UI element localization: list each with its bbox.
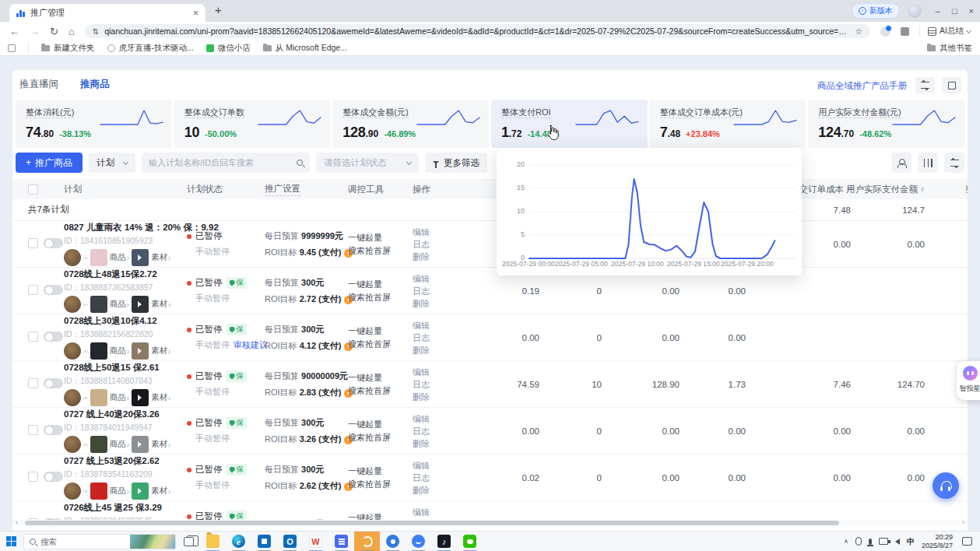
scroll-right-icon[interactable]: › bbox=[962, 518, 964, 526]
product-link[interactable]: 商品› bbox=[110, 486, 129, 497]
taskbar-app-active-chat[interactable] bbox=[354, 532, 380, 551]
col-promo[interactable]: 推广设置 bbox=[265, 183, 300, 196]
plan-title[interactable]: 0827 儿童雨衣 14% 退：20% 保：9.92 bbox=[64, 222, 187, 233]
plan-title[interactable]: 0728线上48退15保2.72 bbox=[64, 268, 187, 280]
horizontal-scrollbar[interactable]: ‹ › bbox=[12, 520, 968, 526]
stat-card-gmv[interactable]: 整体成交金额(元) 128.90-46.89% bbox=[332, 100, 489, 148]
material-link[interactable]: 素材› bbox=[151, 346, 170, 356]
plan-title[interactable]: 0728线上30退10保4.12 bbox=[64, 315, 187, 327]
action-log[interactable]: 日志 bbox=[413, 238, 448, 251]
mouse-icon[interactable] bbox=[855, 537, 862, 546]
notifications-icon[interactable] bbox=[962, 537, 972, 546]
stat-card-roi[interactable]: 整体支付ROI 1.72-14.43% bbox=[491, 100, 648, 148]
forward-icon[interactable]: → bbox=[30, 26, 40, 37]
plan-title[interactable]: 0728线上50退15 保2.61 bbox=[64, 362, 187, 374]
tool-one-key-boost[interactable]: 一键起量 bbox=[348, 278, 413, 291]
tab-live-room[interactable]: 推直播间 bbox=[19, 78, 58, 91]
tool-one-key-boost[interactable]: 一键起量 bbox=[348, 325, 413, 338]
more-filters-button[interactable]: 更多筛选 bbox=[425, 153, 487, 173]
tool-search-screen[interactable]: 搜索抢首屏 bbox=[348, 431, 413, 444]
col-tools[interactable]: 调控工具 bbox=[348, 184, 413, 195]
tool-one-key-boost[interactable]: 一键起量 bbox=[348, 465, 413, 478]
taskbar-app-docs[interactable] bbox=[328, 532, 354, 551]
table-settings-button[interactable] bbox=[944, 153, 964, 173]
speaker-icon[interactable] bbox=[895, 539, 900, 545]
export-button[interactable] bbox=[891, 153, 912, 173]
action-delete[interactable]: 删除 bbox=[413, 344, 448, 356]
row-checkbox[interactable] bbox=[28, 285, 38, 295]
tray-expand-icon[interactable]: ∧ bbox=[844, 538, 848, 545]
taskbar-search-input[interactable] bbox=[40, 537, 118, 546]
ime-indicator[interactable]: 中 bbox=[907, 536, 915, 547]
product-link[interactable]: 商品› bbox=[110, 252, 129, 263]
taskbar-app-wps[interactable]: W bbox=[303, 532, 328, 551]
row-toggle[interactable] bbox=[44, 472, 63, 482]
action-edit[interactable]: 编辑 bbox=[413, 272, 448, 285]
start-button[interactable] bbox=[6, 536, 16, 546]
sort-icon[interactable]: ▲▼ bbox=[920, 186, 925, 192]
action-delete[interactable]: 删除 bbox=[413, 297, 448, 310]
taskbar-app-store[interactable] bbox=[251, 532, 277, 551]
material-link[interactable]: 素材› bbox=[151, 486, 170, 497]
tab-close-icon[interactable]: × bbox=[193, 9, 198, 18]
tool-search-screen[interactable]: 搜索抢首屏 bbox=[348, 338, 413, 351]
customer-service-button[interactable] bbox=[933, 472, 959, 499]
material-link[interactable]: 素材› bbox=[151, 392, 170, 403]
tool-one-key-boost[interactable]: 一键起量 bbox=[348, 418, 413, 431]
taskbar-app-edge[interactable]: e bbox=[226, 532, 251, 551]
action-log[interactable]: 日志 bbox=[413, 285, 448, 297]
manual-link[interactable]: 商品全域推广产品手册 bbox=[817, 80, 907, 92]
plan-search[interactable] bbox=[142, 153, 310, 173]
window-minimize-button[interactable]: – bbox=[936, 6, 940, 16]
product-link[interactable]: 商品› bbox=[110, 439, 129, 450]
taskbar-app-douyin[interactable]: ♪ bbox=[431, 532, 457, 551]
col-paid-amount[interactable]: 用户实际支付金额▲▼ bbox=[846, 184, 942, 195]
product-link[interactable]: 商品› bbox=[110, 346, 129, 356]
action-delete[interactable]: 删除 bbox=[413, 251, 448, 263]
plan-type-select[interactable]: 计划 bbox=[89, 153, 135, 173]
scroll-left-icon[interactable]: ‹ bbox=[16, 518, 18, 526]
taskbar-app-blue2[interactable] bbox=[406, 532, 431, 551]
apps-grid-icon[interactable] bbox=[8, 44, 16, 52]
bookmark-item[interactable]: 微信小店 bbox=[206, 43, 251, 54]
row-checkbox[interactable] bbox=[28, 425, 38, 435]
review-link[interactable]: 审核建议 bbox=[234, 340, 268, 349]
new-tab-button[interactable]: + bbox=[215, 3, 222, 16]
adjust-button[interactable] bbox=[915, 77, 935, 93]
action-edit[interactable]: 编辑 bbox=[413, 412, 448, 425]
material-link[interactable]: 素材› bbox=[151, 439, 170, 450]
tool-one-key-boost[interactable]: 一键起量 bbox=[348, 371, 413, 384]
plan-search-input[interactable] bbox=[149, 158, 292, 167]
stat-card-paid-amount[interactable]: 用户实际支付金额(元) 124.70-48.62% bbox=[808, 100, 964, 148]
extensions-icon[interactable] bbox=[901, 27, 909, 36]
home-icon[interactable]: ⌂ bbox=[68, 26, 75, 37]
row-checkbox[interactable] bbox=[28, 238, 38, 248]
select-all-checkbox[interactable] bbox=[28, 184, 38, 195]
row-checkbox[interactable] bbox=[28, 378, 38, 388]
bookmark-star-icon[interactable]: ☆ bbox=[855, 26, 862, 37]
other-bookmarks[interactable]: 其他书签 bbox=[927, 43, 972, 54]
col-status[interactable]: 计划状态 bbox=[187, 184, 265, 195]
stat-card-cost[interactable]: 整体消耗(元) 74.80-38.13% bbox=[16, 100, 172, 148]
product-link[interactable]: 商品› bbox=[110, 299, 129, 310]
bookmark-item[interactable]: 新建文件夹 bbox=[41, 43, 95, 54]
action-log[interactable]: 日志 bbox=[413, 472, 448, 484]
taskbar-app-browser-circle[interactable] bbox=[380, 532, 406, 551]
site-settings-icon[interactable]: ⇅ bbox=[93, 27, 99, 36]
action-delete[interactable]: 删除 bbox=[413, 391, 448, 403]
ai-summary-button[interactable]: AI总结 bbox=[919, 26, 971, 37]
custom-columns-button[interactable] bbox=[918, 153, 938, 173]
extension-badge-icon[interactable] bbox=[880, 26, 890, 37]
action-log[interactable]: 日志 bbox=[413, 425, 448, 437]
material-link[interactable]: 素材› bbox=[151, 299, 170, 310]
material-link[interactable]: 素材› bbox=[151, 252, 170, 263]
window-close-button[interactable]: × bbox=[969, 6, 974, 16]
window-maximize-button[interactable]: □ bbox=[952, 6, 957, 16]
taskbar-app-explorer[interactable] bbox=[200, 532, 226, 551]
tab-product[interactable]: 推商品 bbox=[80, 78, 110, 91]
taskbar-search[interactable] bbox=[23, 534, 176, 549]
action-edit[interactable]: 编辑 bbox=[413, 319, 448, 332]
plan-status-select[interactable]: 请筛选计划状态 bbox=[316, 153, 419, 173]
action-edit[interactable]: 编辑 bbox=[413, 366, 448, 378]
action-log[interactable]: 日志 bbox=[413, 378, 448, 391]
